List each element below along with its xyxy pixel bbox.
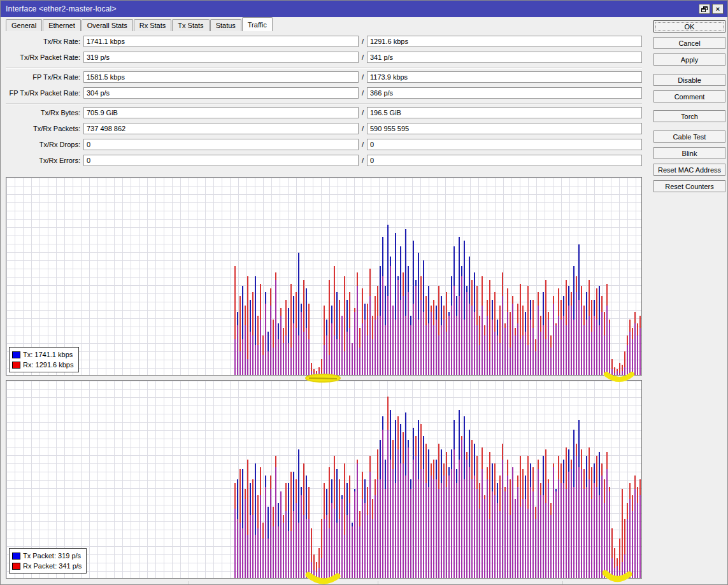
- rx-value-box[interactable]: 341 p/s: [367, 52, 642, 63]
- legend-text: Tx Packet: 319 p/s: [23, 552, 81, 560]
- apply-button[interactable]: Apply: [653, 53, 725, 66]
- torch-button[interactable]: Torch: [653, 110, 725, 122]
- field-row: Tx/Rx Packets:737 498 862/590 955 595: [6, 123, 642, 134]
- close-icon: ×: [716, 6, 720, 13]
- packet-rate-chart: Tx Packet: 319 p/sRx Packet: 341 p/s: [6, 380, 642, 579]
- tx-value-box[interactable]: 0: [83, 139, 359, 150]
- tab-rx-stats[interactable]: Rx Stats: [134, 19, 172, 31]
- tab-overall-stats[interactable]: Overall Stats: [82, 19, 133, 31]
- rx-value-box[interactable]: 1291.6 kbps: [367, 36, 642, 47]
- tab-tx-stats[interactable]: Tx Stats: [172, 19, 209, 31]
- rx-value-box[interactable]: 196.5 GiB: [367, 107, 642, 118]
- packet-rate-canvas: [6, 381, 641, 578]
- restore-window-button[interactable]: [699, 4, 710, 14]
- tab-ethernet[interactable]: Ethernet: [43, 19, 81, 31]
- rx-value-box[interactable]: 0: [367, 139, 642, 150]
- field-label: Tx/Rx Bytes:: [6, 109, 83, 116]
- legend-text: Rx: 1291.6 kbps: [23, 361, 74, 369]
- blink-button[interactable]: Blink: [653, 147, 725, 159]
- slash-separator: /: [359, 73, 367, 81]
- window-title: Interface <ether2-master-local>: [6, 4, 117, 13]
- restore-icon: [701, 6, 708, 12]
- field-label: Tx/Rx Packets:: [6, 125, 83, 132]
- field-label: Tx/Rx Packet Rate:: [6, 53, 83, 61]
- tx-value-box[interactable]: 0: [83, 155, 359, 166]
- field-label: FP Tx/Rx Packet Rate:: [6, 89, 83, 97]
- field-row: Tx/Rx Packet Rate:319 p/s/341 p/s: [6, 52, 642, 63]
- legend-text: Rx Packet: 341 p/s: [23, 562, 82, 570]
- legend-row: Tx: 1741.1 kbps: [12, 349, 74, 360]
- field-row: FP Tx/Rx Rate:1581.5 kbps/1173.9 kbps: [6, 71, 642, 83]
- interface-window: Interface <ether2-master-local> × Genera…: [0, 0, 728, 585]
- legend-row: Rx Packet: 341 p/s: [12, 561, 82, 571]
- field-label: FP Tx/Rx Rate:: [6, 73, 83, 81]
- tab-bar: GeneralEthernetOverall StatsRx StatsTx S…: [6, 18, 273, 31]
- tx-value-box[interactable]: 304 p/s: [83, 87, 359, 99]
- ok-button[interactable]: OK: [653, 20, 725, 32]
- tx-value-box[interactable]: 1741.1 kbps: [83, 36, 359, 47]
- cancel-button[interactable]: Cancel: [653, 37, 725, 49]
- slash-separator: /: [359, 53, 367, 61]
- traffic-rate-canvas: [6, 178, 641, 375]
- rx-swatch-icon: [12, 563, 20, 570]
- tab-general[interactable]: General: [6, 19, 42, 31]
- slash-separator: /: [359, 109, 367, 116]
- tx-value-box[interactable]: 319 p/s: [83, 52, 359, 63]
- reset-counters-button[interactable]: Reset Counters: [653, 180, 725, 192]
- slash-separator: /: [359, 141, 367, 148]
- slash-separator: /: [359, 125, 367, 132]
- reset-mac-address-button[interactable]: Reset MAC Address: [653, 164, 725, 176]
- window-titlebar: Interface <ether2-master-local> ×: [1, 1, 727, 17]
- field-row: Tx/Rx Rate:1741.1 kbps/1291.6 kbps: [6, 36, 642, 47]
- field-label: Tx/Rx Drops:: [6, 141, 83, 148]
- traffic-rate-chart: Tx: 1741.1 kbpsRx: 1291.6 kbps: [6, 177, 642, 376]
- slash-separator: /: [359, 157, 367, 164]
- rx-value-box[interactable]: 366 p/s: [367, 87, 642, 99]
- disable-button[interactable]: Disable: [653, 74, 725, 86]
- legend-row: Rx: 1291.6 kbps: [12, 360, 74, 370]
- window-bottom-edge: [1, 580, 727, 585]
- field-row: Tx/Rx Drops:0/0: [6, 139, 642, 150]
- slash-separator: /: [359, 89, 367, 97]
- group-separator: [6, 103, 642, 104]
- tx-swatch-icon: [12, 351, 20, 358]
- window-controls: ×: [699, 4, 724, 14]
- tx-value-box[interactable]: 1581.5 kbps: [83, 71, 359, 83]
- stats-form: Tx/Rx Rate:1741.1 kbps/1291.6 kbpsTx/Rx …: [6, 36, 642, 171]
- tab-status[interactable]: Status: [210, 19, 241, 31]
- rx-value-box[interactable]: 590 955 595: [367, 123, 642, 134]
- close-window-button[interactable]: ×: [712, 4, 724, 14]
- group-separator: [6, 67, 642, 69]
- comment-button[interactable]: Comment: [653, 90, 725, 102]
- field-row: FP Tx/Rx Packet Rate:304 p/s/366 p/s: [6, 87, 642, 99]
- tab-traffic[interactable]: Traffic: [242, 17, 273, 31]
- field-label: Tx/Rx Rate:: [6, 38, 83, 45]
- field-row: Tx/Rx Errors:0/0: [6, 155, 642, 166]
- rx-swatch-icon: [12, 362, 20, 369]
- rx-value-box[interactable]: 1173.9 kbps: [367, 71, 642, 83]
- packet-legend: Tx Packet: 319 p/sRx Packet: 341 p/s: [9, 548, 87, 574]
- rate-legend: Tx: 1741.1 kbpsRx: 1291.6 kbps: [9, 347, 79, 372]
- tx-value-box[interactable]: 737 498 862: [83, 123, 359, 134]
- legend-text: Tx: 1741.1 kbps: [23, 351, 73, 358]
- field-row: Tx/Rx Bytes:705.9 GiB/196.5 GiB: [6, 107, 642, 118]
- tx-swatch-icon: [12, 553, 20, 560]
- cable-test-button[interactable]: Cable Test: [653, 130, 725, 143]
- tx-value-box[interactable]: 705.9 GiB: [83, 107, 359, 118]
- highlight-ellipse-centerline: [309, 378, 337, 379]
- rx-value-box[interactable]: 0: [367, 155, 642, 166]
- slash-separator: /: [359, 38, 367, 45]
- field-label: Tx/Rx Errors:: [6, 157, 83, 164]
- legend-row: Tx Packet: 319 p/s: [12, 551, 82, 561]
